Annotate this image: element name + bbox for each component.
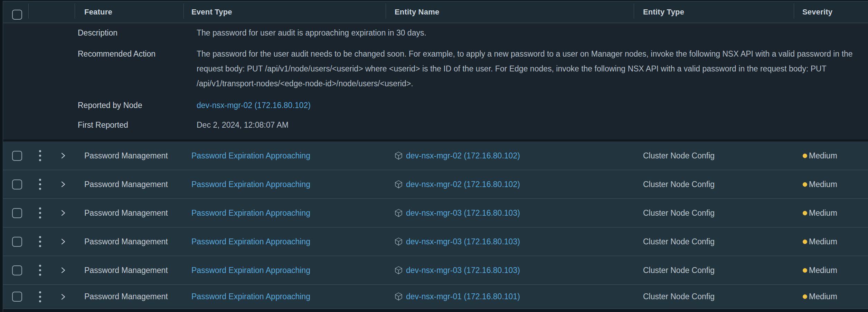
kebab-menu-icon <box>39 155 41 157</box>
row-checkbox[interactable] <box>12 179 22 189</box>
row-menu-button[interactable] <box>38 178 42 191</box>
expand-row-button[interactable] <box>60 238 67 245</box>
row-menu-button[interactable] <box>38 235 42 248</box>
entity-name-link[interactable]: dev-nsx-mgr-03 (172.16.80.103) <box>406 266 520 275</box>
chevron-right-icon <box>60 209 67 217</box>
kebab-menu-icon <box>39 300 41 302</box>
chevron-right-icon <box>60 181 67 188</box>
column-header-feature[interactable]: Feature <box>75 8 183 17</box>
row-checkbox-cell <box>3 237 29 247</box>
event-type-link[interactable]: Password Expiration Approaching <box>191 237 310 246</box>
event-type-link[interactable]: Password Expiration Approaching <box>191 292 310 301</box>
severity-dot-icon <box>803 268 807 273</box>
column-header-entity-type[interactable]: Entity Type <box>634 8 794 17</box>
entity-name-link[interactable]: dev-nsx-mgr-02 (172.16.80.102) <box>406 180 520 189</box>
entity-name-link[interactable]: dev-nsx-mgr-03 (172.16.80.103) <box>406 208 520 218</box>
row-menu-button[interactable] <box>38 207 42 219</box>
row-checkbox[interactable] <box>12 265 22 275</box>
row-menu-button[interactable] <box>38 149 42 162</box>
severity-label: Medium <box>809 237 837 246</box>
entity-type-cell: Cluster Node Config <box>634 180 794 189</box>
header-checkbox-cell <box>3 7 29 17</box>
column-header-entity-name[interactable]: Entity Name <box>386 8 634 17</box>
detail-row-first-reported: First Reported Dec 2, 2024, 12:08:07 AM <box>78 120 868 130</box>
column-header-severity[interactable]: Severity <box>794 8 868 17</box>
severity-cell: Medium <box>794 266 868 275</box>
row-checkbox[interactable] <box>12 292 22 302</box>
kebab-menu-icon <box>39 212 41 214</box>
row-menu-button[interactable] <box>38 264 42 276</box>
row-checkbox[interactable] <box>12 208 22 218</box>
event-type-link[interactable]: Password Expiration Approaching <box>191 266 310 275</box>
row-actions-cell <box>29 149 75 162</box>
table-left-border <box>3 1 3 312</box>
kebab-menu-icon <box>39 265 41 267</box>
expand-row-button[interactable] <box>60 181 67 188</box>
recommended-action-line: /api/v1/transport-nodes/<edge-node-id>/n… <box>197 76 864 91</box>
recommended-action-label: Recommended Action <box>78 47 197 61</box>
recommended-action-line: The password for the user audit needs to… <box>197 47 864 61</box>
recommended-action-line: request body: PUT /api/v1/node/users/<us… <box>197 61 864 76</box>
event-type-link[interactable]: Password Expiration Approaching <box>191 208 310 217</box>
expand-row-button[interactable] <box>60 266 67 274</box>
kebab-menu-icon <box>39 159 41 161</box>
cube-icon <box>394 265 403 275</box>
entity-type-cell: Cluster Node Config <box>634 266 794 275</box>
select-all-checkbox[interactable] <box>12 10 22 20</box>
column-divider <box>634 3 634 19</box>
column-divider <box>28 3 29 19</box>
row-menu-button[interactable] <box>38 291 42 303</box>
row-checkbox[interactable] <box>12 237 22 247</box>
expand-row-button[interactable] <box>60 209 67 217</box>
row-checkbox[interactable] <box>12 151 22 161</box>
reported-by-node-link[interactable]: dev-nsx-mgr-02 (172.16.80.102) <box>197 101 311 110</box>
description-label: Description <box>78 28 197 38</box>
severity-cell: Medium <box>794 237 868 246</box>
entity-name-link[interactable]: dev-nsx-mgr-03 (172.16.80.103) <box>406 237 520 246</box>
kebab-menu-icon <box>39 236 41 238</box>
severity-cell: Medium <box>794 151 868 160</box>
feature-cell: Password Management <box>75 151 183 160</box>
detail-row-recommended-action: Recommended Action The password for the … <box>78 47 868 91</box>
table-header-row: Feature Event Type Entity Name Entity Ty… <box>3 1 868 23</box>
expand-row-button[interactable] <box>60 152 67 159</box>
row-actions-cell <box>29 264 75 276</box>
entity-type-cell: Cluster Node Config <box>634 151 794 160</box>
severity-dot-icon <box>803 211 807 215</box>
alarms-datagrid: Feature Event Type Entity Name Entity Ty… <box>0 0 868 312</box>
kebab-menu-icon <box>39 207 41 209</box>
feature-cell: Password Management <box>75 266 183 275</box>
kebab-menu-icon <box>39 150 41 152</box>
column-divider <box>794 3 794 19</box>
event-type-link[interactable]: Password Expiration Approaching <box>191 180 310 189</box>
severity-cell: Medium <box>794 292 868 301</box>
kebab-menu-icon <box>39 241 41 243</box>
row-checkbox-cell <box>3 179 29 189</box>
row-checkbox-cell <box>3 151 29 161</box>
kebab-menu-icon <box>39 269 41 271</box>
table-row: Password Management Password Expiration … <box>3 227 868 256</box>
cube-icon <box>394 179 403 189</box>
kebab-menu-icon <box>39 291 41 293</box>
detail-row-reported-by-node: Reported by Node dev-nsx-mgr-02 (172.16.… <box>78 100 868 110</box>
entity-name-cell: dev-nsx-mgr-02 (172.16.80.102) <box>386 151 634 161</box>
first-reported-value: Dec 2, 2024, 12:08:07 AM <box>197 120 864 130</box>
event-type-link[interactable]: Password Expiration Approaching <box>191 151 310 160</box>
severity-dot-icon <box>803 294 807 299</box>
cube-icon <box>394 208 403 218</box>
table-row: Password Management Password Expiration … <box>3 199 868 227</box>
chevron-right-icon <box>60 293 67 301</box>
table-row: Password Management Password Expiration … <box>3 256 868 285</box>
table-body: Password Management Password Expiration … <box>3 142 868 312</box>
entity-type-cell: Cluster Node Config <box>634 292 794 301</box>
detail-row-description: Description The password for user audit … <box>78 28 868 38</box>
entity-name-cell: dev-nsx-mgr-03 (172.16.80.103) <box>386 237 634 247</box>
kebab-menu-icon <box>39 296 41 298</box>
expand-row-button[interactable] <box>60 293 67 301</box>
column-header-event-type[interactable]: Event Type <box>183 8 386 17</box>
entity-name-link[interactable]: dev-nsx-mgr-01 (172.16.80.101) <box>406 292 520 301</box>
entity-name-link[interactable]: dev-nsx-mgr-02 (172.16.80.102) <box>406 151 520 160</box>
cube-icon <box>394 292 403 302</box>
kebab-menu-icon <box>39 183 41 185</box>
entity-name-cell: dev-nsx-mgr-03 (172.16.80.103) <box>386 265 634 275</box>
